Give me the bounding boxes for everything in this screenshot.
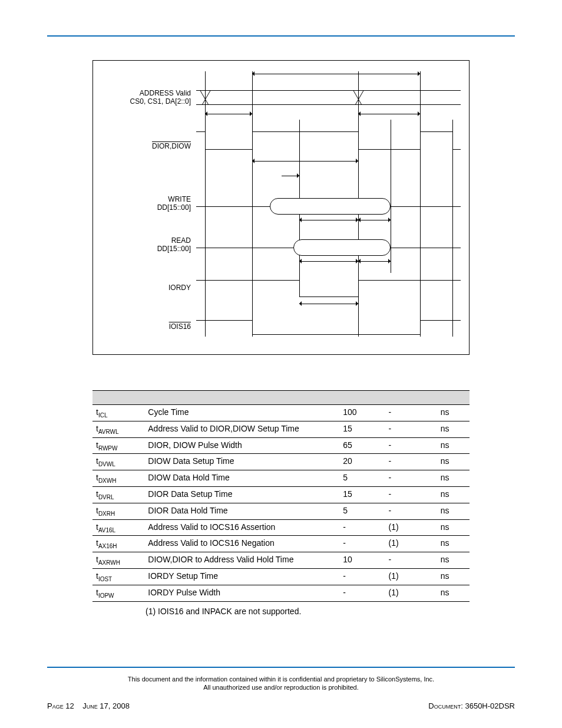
cell-symbol: tICL <box>92 405 144 421</box>
label-write-line2: DD[15::00] <box>157 203 191 212</box>
table-row: tDXWHDIOW Data Hold Time5-ns <box>92 470 470 487</box>
cell-symbol: tDXWH <box>92 470 144 487</box>
label-address-line1: ADDRESS Valid <box>140 89 191 97</box>
cell-unit: ns <box>437 519 470 536</box>
header-rule <box>47 35 515 37</box>
table-row: tAVRWLAddress Valid to DIOR,DIOW Setup T… <box>92 421 470 437</box>
cell-unit: ns <box>437 470 470 487</box>
timing-table-body: tICLCycle Time100-nstAVRWLAddress Valid … <box>92 405 470 602</box>
cell-desc: DIOW,DIOR to Address Valid Hold Time <box>144 552 339 569</box>
cell-max: (1) <box>385 568 437 585</box>
cell-max: (1) <box>385 519 437 536</box>
cell-unit: ns <box>437 503 470 519</box>
cell-min: 20 <box>339 454 385 470</box>
confidential-line1: This document and the information contai… <box>128 676 434 683</box>
cell-max: - <box>385 437 437 454</box>
cell-max: - <box>385 486 437 503</box>
cell-unit: ns <box>437 437 470 454</box>
cell-desc: DIOR Data Hold Time <box>144 503 339 519</box>
table-row: tAV16LAddress Valid to IOCS16 Assertion-… <box>92 519 470 536</box>
table-row: tDVRLDIOR Data Setup Time15-ns <box>92 486 470 503</box>
cell-min: 15 <box>339 421 385 437</box>
table-row: tAXRWHDIOW,DIOR to Address Valid Hold Ti… <box>92 552 470 569</box>
cell-symbol: tDVWL <box>92 454 144 470</box>
cell-max: - <box>385 503 437 519</box>
cell-min: - <box>339 519 385 536</box>
label-read: READ DD[15::00] <box>157 236 191 253</box>
table-row: tDVWLDIOW Data Setup Time20-ns <box>92 454 470 470</box>
cell-symbol: tAV16L <box>92 519 144 536</box>
cell-min: 5 <box>339 503 385 519</box>
cell-min: 65 <box>339 437 385 454</box>
table-row: tDXRHDIOR Data Hold Time5-ns <box>92 503 470 519</box>
cell-symbol: tIOST <box>92 568 144 585</box>
label-address-line2: CS0, CS1, DA[2::0] <box>130 97 191 106</box>
cell-symbol: tAVRWL <box>92 421 144 437</box>
page-footer: Page 12 June 17, 2008 Document: 3650H-02… <box>47 701 515 710</box>
cell-min: 5 <box>339 470 385 487</box>
label-dior-diow: DIOR,DIOW <box>152 142 191 150</box>
table-footnote: (1) IOIS16 and INPACK are not supported. <box>92 607 470 616</box>
confidential-line2: All unauthorized use and/or reproduction… <box>203 684 359 691</box>
cell-max: - <box>385 405 437 421</box>
timing-table: tICLCycle Time100-nstAVRWLAddress Valid … <box>92 390 470 602</box>
label-write-line1: WRITE <box>168 195 191 203</box>
cell-desc: IORDY Setup Time <box>144 568 339 585</box>
cell-max: - <box>385 552 437 569</box>
cell-unit: ns <box>437 585 470 601</box>
table-row: tRWPWDIOR, DIOW Pulse Width65-ns <box>92 437 470 454</box>
footer-rule <box>47 667 515 668</box>
table-header-row <box>92 391 470 405</box>
cell-max: (1) <box>385 536 437 552</box>
cell-min: - <box>339 585 385 601</box>
label-read-line2: DD[15::00] <box>157 245 191 253</box>
cell-unit: ns <box>437 405 470 421</box>
cell-desc: DIOW Data Hold Time <box>144 470 339 487</box>
cell-min: - <box>339 536 385 552</box>
page-label: Page <box>47 701 64 710</box>
timing-diagram: ADDRESS Valid CS0, CS1, DA[2::0] DIOR,DI… <box>92 60 470 355</box>
cell-unit: ns <box>437 454 470 470</box>
table-row: tAX16HAddress Valid to IOCS16 Negation-(… <box>92 536 470 552</box>
cell-symbol: tDVRL <box>92 486 144 503</box>
cell-desc: IORDY Pulse Width <box>144 585 339 601</box>
cell-min: 100 <box>339 405 385 421</box>
label-read-line1: READ <box>171 236 191 245</box>
cell-min: 15 <box>339 486 385 503</box>
table-row: tIOSTIORDY Setup Time-(1)ns <box>92 568 470 585</box>
cell-desc: DIOR Data Setup Time <box>144 486 339 503</box>
cell-unit: ns <box>437 536 470 552</box>
doc-label: Document: <box>428 701 463 710</box>
cell-symbol: tDXRH <box>92 503 144 519</box>
table-row: tICLCycle Time100-ns <box>92 405 470 421</box>
cell-min: - <box>339 568 385 585</box>
footer-left: Page 12 June 17, 2008 <box>47 701 130 710</box>
cell-desc: Cycle Time <box>144 405 339 421</box>
page-number: 12 <box>65 701 74 710</box>
cell-max: - <box>385 454 437 470</box>
cell-desc: Address Valid to IOCS16 Negation <box>144 536 339 552</box>
table-row: tIOPWIORDY Pulse Width-(1)ns <box>92 585 470 601</box>
footer-right: Document: 3650H-02DSR <box>428 701 515 710</box>
cell-desc: Address Valid to DIOR,DIOW Setup Time <box>144 421 339 437</box>
cell-desc: Address Valid to IOCS16 Assertion <box>144 519 339 536</box>
cell-symbol: tAX16H <box>92 536 144 552</box>
cell-unit: ns <box>437 421 470 437</box>
label-address: ADDRESS Valid CS0, CS1, DA[2::0] <box>130 89 191 106</box>
cell-desc: DIOR, DIOW Pulse Width <box>144 437 339 454</box>
cell-min: 10 <box>339 552 385 569</box>
cell-max: (1) <box>385 585 437 601</box>
cell-max: - <box>385 470 437 487</box>
cell-unit: ns <box>437 486 470 503</box>
cell-symbol: tRWPW <box>92 437 144 454</box>
cell-max: - <box>385 421 437 437</box>
footer-date: June 17, 2008 <box>82 701 130 710</box>
confidential-notice: This document and the information contai… <box>47 675 515 691</box>
label-iordy: IORDY <box>168 284 191 292</box>
label-iois16: IOIS16 <box>169 322 191 331</box>
cell-symbol: tIOPW <box>92 585 144 601</box>
cell-unit: ns <box>437 552 470 569</box>
cell-desc: DIOW Data Setup Time <box>144 454 339 470</box>
doc-number: 3650H-02DSR <box>465 701 515 710</box>
cell-symbol: tAXRWH <box>92 552 144 569</box>
